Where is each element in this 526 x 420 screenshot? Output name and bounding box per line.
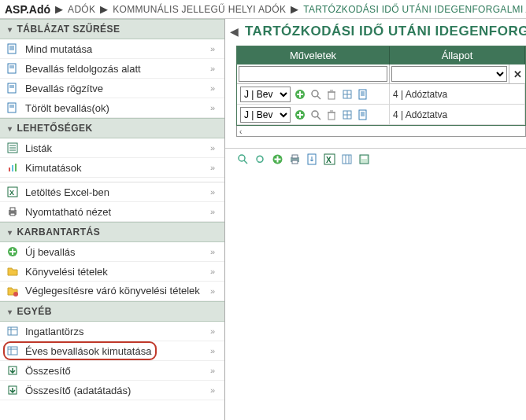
grid-icon[interactable] <box>341 109 354 121</box>
submenu-arrow-icon: » <box>210 187 218 197</box>
add-icon[interactable] <box>294 109 306 121</box>
svg-point-51 <box>312 111 318 117</box>
cell-ops: J | Bev <box>237 105 390 125</box>
columns-icon[interactable] <box>340 153 353 165</box>
delete-icon[interactable] <box>325 109 338 121</box>
submenu-arrow-icon: » <box>210 247 218 256</box>
chevron-down-icon: ▾ <box>8 228 13 237</box>
sidebar-item-label: Letöltés Excel-ben <box>25 186 210 198</box>
chevron-down-icon: ▾ <box>8 25 13 34</box>
sidebar-item-label: Új bevallás <box>25 246 210 258</box>
delete-icon[interactable] <box>325 88 338 101</box>
svg-rect-29 <box>8 327 17 335</box>
sidebar-item-show-all[interactable]: Mind mutatása » <box>0 39 224 59</box>
svg-point-38 <box>312 90 318 97</box>
sidebar-item-label: Véglegesítésre váró könyvelési tételek <box>25 285 210 297</box>
section-title: EGYÉB <box>17 306 53 317</box>
sidebar-item-excel-download[interactable]: X Letöltés Excel-ben » <box>0 182 224 202</box>
sidebar-item-reports[interactable]: Kimutatások » <box>0 158 224 178</box>
section-title: LEHETŐSÉGEK <box>17 123 93 134</box>
document-icon[interactable] <box>357 109 369 121</box>
section-title: TÁBLÁZAT SZŰRÉSE <box>17 24 120 35</box>
breadcrumb-item-1[interactable]: ADÓK <box>68 4 95 15</box>
search-icon[interactable] <box>309 88 322 101</box>
svg-rect-76 <box>361 156 367 159</box>
grid-scroll-area[interactable]: ‹ <box>236 126 526 137</box>
sidebar-item-lists[interactable]: Listák » <box>0 138 224 158</box>
sidebar-item-pending-booking[interactable]: Véglegesítésre váró könyvelési tételek » <box>0 282 224 301</box>
document-export-icon[interactable] <box>306 153 318 165</box>
sidebar-item-processing[interactable]: Bevallás feldolgozás alatt » <box>0 59 224 79</box>
svg-text:X: X <box>326 156 332 164</box>
sidebar-item-label: Éves bevallások kimutatása <box>25 345 210 357</box>
table-icon <box>6 325 19 337</box>
submenu-arrow-icon: » <box>210 326 218 336</box>
submenu-arrow-icon: » <box>210 385 218 395</box>
print-icon[interactable] <box>288 153 301 165</box>
document-icon <box>6 42 19 55</box>
grid-icon[interactable] <box>341 88 354 101</box>
svg-rect-53 <box>328 112 335 120</box>
sidebar-item-recorded[interactable]: Bevallás rögzítve » <box>0 79 224 98</box>
sidebar-item-annual-returns[interactable]: Éves bevallások kimutatása » <box>0 341 224 361</box>
row-action-select[interactable]: J | Bev <box>240 87 291 102</box>
svg-rect-67 <box>292 155 298 158</box>
submenu-arrow-icon: » <box>210 346 218 356</box>
zoom-icon[interactable] <box>236 153 249 165</box>
document-icon <box>6 82 19 94</box>
refresh-icon[interactable] <box>254 153 266 165</box>
svg-line-52 <box>317 116 320 120</box>
clear-filter-button[interactable]: ✕ <box>511 68 524 80</box>
row-action-select[interactable]: J | Bev <box>240 107 291 123</box>
svg-rect-46 <box>359 90 366 99</box>
chevron-down-icon: ▾ <box>8 124 13 133</box>
sidebar-item-label: Könyvelési tételek <box>25 266 210 278</box>
print-icon <box>6 205 19 218</box>
page-title: TARTÓZKODÁSI IDŐ UTÁNI IDEGENFORGALMI <box>245 24 526 39</box>
section-header-maint[interactable]: ▾ KARBANTARTÁS <box>0 222 224 242</box>
add-icon[interactable] <box>294 88 306 101</box>
add-icon <box>6 245 19 258</box>
section-header-other[interactable]: ▾ EGYÉB <box>0 301 224 322</box>
excel-icon: X <box>6 186 19 198</box>
section-header-options[interactable]: ▾ LEHETŐSÉGEK <box>0 118 224 138</box>
sidebar: ▾ TÁBLÁZAT SZŰRÉSE Mind mutatása » Beval… <box>0 19 225 420</box>
sidebar-item-deleted[interactable]: Törölt bevallás(ok) » <box>0 98 224 118</box>
submenu-arrow-icon: » <box>210 44 218 53</box>
collapse-sidebar-icon[interactable]: ◀ <box>228 25 240 38</box>
sidebar-item-property-master[interactable]: Ingatlantörzs » <box>0 322 224 341</box>
filter-state-select[interactable] <box>391 66 507 82</box>
folder-icon <box>6 265 19 278</box>
table-row: J | Bev 4 | Adóztatva <box>237 84 525 105</box>
sidebar-item-label: Ingatlantörzs <box>25 326 210 337</box>
document-icon[interactable] <box>357 88 369 101</box>
svg-point-28 <box>13 292 18 297</box>
breadcrumb-root[interactable]: ASP.Adó <box>5 3 50 16</box>
submenu-arrow-icon: » <box>210 64 218 73</box>
sidebar-item-summary[interactable]: Összesítő » <box>0 361 224 381</box>
search-icon[interactable] <box>309 109 322 121</box>
sidebar-item-summary-transfer[interactable]: Összesítő (adatátadás) » <box>0 381 224 400</box>
chevron-right-icon: ▶ <box>100 3 108 15</box>
sidebar-item-new-return[interactable]: Új bevallás » <box>0 242 224 262</box>
cell-ops: J | Bev <box>237 84 390 105</box>
svg-rect-68 <box>292 160 298 164</box>
list-icon <box>6 142 19 154</box>
breadcrumb-item-3[interactable]: TARTÓZKODÁSI IDŐ UTÁNI IDEGENFORGALMI AD… <box>303 4 526 15</box>
filter-ops-input[interactable] <box>239 66 387 82</box>
sidebar-item-print-view[interactable]: Nyomtatható nézet » <box>0 202 224 222</box>
column-header-ops[interactable]: Műveletek <box>237 46 390 64</box>
save-layout-icon[interactable] <box>357 153 370 165</box>
svg-rect-32 <box>8 347 17 355</box>
add-icon[interactable] <box>271 153 283 165</box>
scroll-left-icon[interactable]: ‹ <box>239 127 242 136</box>
excel-export-icon[interactable]: X <box>323 153 335 165</box>
breadcrumb-item-2[interactable]: KOMMUNÁLIS JELLEGŰ HELYI ADÓK <box>113 4 286 15</box>
column-header-state[interactable]: Állapot <box>390 46 525 64</box>
document-icon <box>6 101 19 114</box>
svg-rect-59 <box>359 110 366 120</box>
section-header-filter[interactable]: ▾ TÁBLÁZAT SZŰRÉSE <box>0 19 224 39</box>
svg-rect-24 <box>10 213 15 216</box>
sidebar-item-booking-items[interactable]: Könyvelési tételek » <box>0 262 224 282</box>
svg-rect-40 <box>328 92 335 99</box>
